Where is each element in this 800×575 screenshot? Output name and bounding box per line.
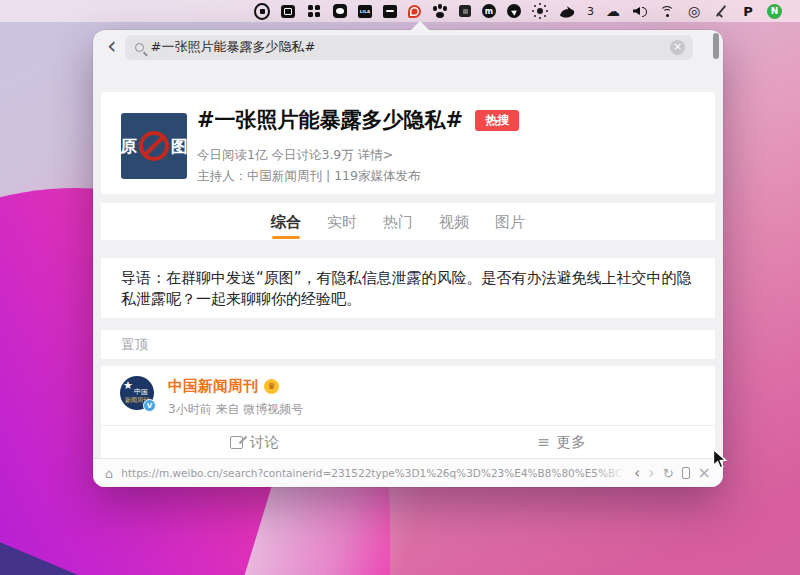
no-prohibition-icon <box>139 131 169 161</box>
volume-icon[interactable] <box>632 3 648 19</box>
tab-image[interactable]: 图片 <box>495 212 525 232</box>
topic-title: #一张照片能暴露多少隐私# <box>197 106 463 134</box>
star-icon: ★ <box>123 380 133 391</box>
avatar[interactable]: ★ 中国 新闻周刊 V <box>120 376 154 410</box>
screen-record-icon[interactable] <box>254 3 270 19</box>
url-bar: ⌂ https://m.weibo.cn/search?containerid=… <box>93 458 723 487</box>
logo-text-left: 原 <box>120 135 137 158</box>
discuss-button[interactable]: 讨论 <box>101 426 408 458</box>
edit-icon <box>230 436 243 449</box>
tab-composite[interactable]: 综合 <box>271 212 301 232</box>
topic-lead-text: 导语：在群聊中发送“原图”，有隐私信息泄露的风险。是否有办法避免线上社交中的隐私… <box>101 258 715 318</box>
search-icon <box>135 43 144 52</box>
post-meta: 3小时前 来自 微博视频号 <box>168 401 303 418</box>
scrollbar-thumb[interactable] <box>713 33 719 59</box>
back-button[interactable]: ‹ <box>105 35 125 60</box>
telegram-icon[interactable] <box>507 4 521 18</box>
nordvpn-icon[interactable]: N <box>767 4 782 19</box>
clear-search-icon[interactable]: × <box>670 40 685 55</box>
baidu-paw-icon[interactable] <box>432 3 448 19</box>
nav-forward-icon[interactable]: › <box>648 465 654 481</box>
tab-bar: 综合 实时 热门 视频 图片 <box>101 203 715 240</box>
window-capture-icon[interactable] <box>281 5 295 18</box>
mouse-cursor <box>711 448 728 475</box>
slashed-tool-icon[interactable] <box>713 3 729 19</box>
notes-app-icon[interactable] <box>383 5 397 18</box>
brightness-icon[interactable] <box>532 3 548 19</box>
search-query[interactable]: #一张照片能暴露多少隐私# <box>151 38 670 56</box>
menu-bar: LILA m 3 ☁ ◎ P N <box>0 0 800 22</box>
more-button[interactable]: ≡ 更多 <box>408 426 715 458</box>
author-name[interactable]: 中国新闻周刊 <box>168 377 258 396</box>
home-icon: ⌂ <box>105 467 113 480</box>
hot-search-badge: 热搜 <box>475 110 519 131</box>
topic-card: 原 图 #一张照片能暴露多少隐私# 热搜 今日阅读1亿 今日讨论3.9万 详情>… <box>101 92 715 194</box>
post-action-bar: 讨论 ≡ 更多 <box>101 425 715 458</box>
post-card: ★ 中国 新闻周刊 V 中国新闻周刊 ♛ 3小时前 来自 微博视频号 讨论 ≡ … <box>101 366 715 458</box>
avatar-text-1: 中国 <box>134 388 148 396</box>
reload-icon[interactable]: ↻ <box>663 467 674 480</box>
close-window-icon[interactable]: × <box>698 465 711 481</box>
pinned-label: 置顶 <box>101 330 715 359</box>
verified-badge: V <box>143 399 156 412</box>
more-label: 更多 <box>557 433 586 452</box>
screenshot-app-icon[interactable] <box>459 5 471 17</box>
app-grid-icon[interactable] <box>306 3 322 19</box>
weibo-menu-icon[interactable] <box>408 5 421 18</box>
parallels-icon[interactable]: P <box>740 3 756 19</box>
hamburger-icon: ≡ <box>537 435 550 450</box>
weibo-popover-window: ‹ #一张照片能暴露多少隐私# × 原 图 #一张照片能暴露多少隐私# 热搜 今… <box>93 30 723 487</box>
logo-text-right: 图 <box>171 135 188 158</box>
discuss-label: 讨论 <box>250 433 279 452</box>
vip-crown-icon: ♛ <box>264 379 279 394</box>
topic-logo: 原 图 <box>121 113 187 179</box>
tab-hot[interactable]: 热门 <box>383 212 413 232</box>
wifi-icon[interactable] <box>659 3 675 19</box>
device-view-icon[interactable] <box>682 467 690 479</box>
topic-stats[interactable]: 今日阅读1亿 今日讨论3.9万 详情> <box>197 147 699 164</box>
window-header: ‹ #一张照片能暴露多少隐私# × <box>93 30 723 64</box>
twitter-badge-count: 3 <box>587 5 594 18</box>
cloud-icon[interactable]: ☁ <box>605 3 621 19</box>
url-text: https://m.weibo.cn/search?containerid=23… <box>121 467 626 479</box>
search-input[interactable]: #一张照片能暴露多少隐私# × <box>125 35 693 60</box>
nav-back-icon[interactable]: ‹ <box>634 465 640 481</box>
network-rings-icon[interactable]: ◎ <box>686 3 702 19</box>
twitter-bird-icon[interactable] <box>559 3 575 19</box>
wechat-icon[interactable] <box>333 4 347 18</box>
tab-realtime[interactable]: 实时 <box>327 212 357 232</box>
tab-video[interactable]: 视频 <box>439 212 469 232</box>
subtitles-app-icon[interactable]: LILA <box>358 5 372 18</box>
messenger-icon[interactable]: m <box>482 4 496 18</box>
topic-host: 主持人：中国新闻周刊 | 119家媒体发布 <box>197 168 699 185</box>
